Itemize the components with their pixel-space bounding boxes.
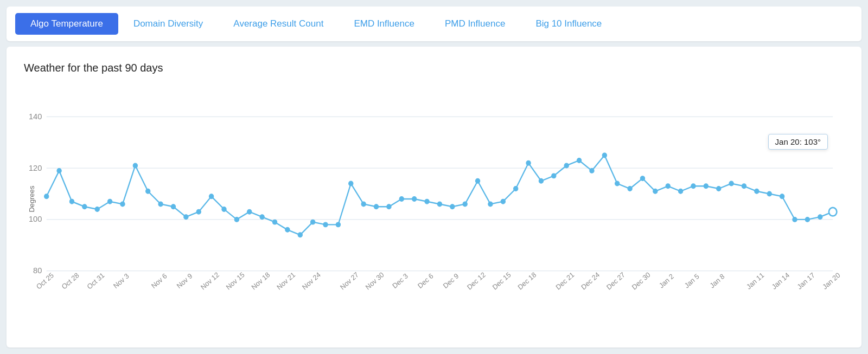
svg-text:Nov 6: Nov 6 [150, 272, 168, 290]
svg-point-45 [133, 163, 137, 168]
svg-text:Nov 27: Nov 27 [339, 271, 360, 292]
svg-point-73 [488, 202, 493, 207]
svg-point-38 [44, 194, 49, 199]
svg-point-78 [552, 173, 556, 178]
svg-point-65 [387, 204, 391, 209]
svg-point-80 [577, 158, 581, 163]
svg-point-77 [539, 178, 543, 183]
svg-text:100: 100 [29, 214, 42, 223]
svg-point-66 [399, 197, 404, 202]
svg-point-40 [69, 199, 74, 204]
chart-title: Weather for the past 90 days [24, 62, 844, 74]
y-axis-label: Degrees [28, 185, 36, 212]
chart-tooltip: Jan 20: 103° [768, 134, 828, 150]
svg-text:Nov 3: Nov 3 [112, 272, 130, 290]
svg-text:Jan 8: Jan 8 [709, 272, 726, 290]
svg-point-68 [425, 199, 429, 204]
svg-point-81 [590, 168, 594, 173]
svg-point-49 [184, 215, 188, 220]
svg-point-61 [336, 222, 340, 227]
tab-domain-diversity[interactable]: Domain Diversity [118, 13, 218, 35]
chart-container: Degrees 80100120140Oct 25Oct 28Oct 31Nov… [24, 85, 844, 313]
svg-point-43 [107, 199, 112, 204]
svg-point-93 [742, 184, 746, 189]
svg-text:Nov 18: Nov 18 [250, 271, 271, 292]
svg-point-99 [818, 215, 822, 220]
svg-point-52 [222, 207, 226, 212]
svg-text:Dec 12: Dec 12 [465, 271, 487, 292]
svg-point-62 [349, 181, 353, 186]
svg-point-89 [691, 184, 695, 189]
svg-text:Dec 27: Dec 27 [605, 271, 627, 292]
svg-text:Nov 21: Nov 21 [275, 271, 297, 292]
tab-algo-temperature[interactable]: Algo Temperature [15, 13, 118, 35]
svg-text:Nov 12: Nov 12 [199, 271, 221, 292]
svg-point-96 [780, 194, 784, 199]
svg-point-95 [767, 191, 771, 196]
svg-text:Jan 11: Jan 11 [745, 271, 765, 291]
svg-point-98 [805, 217, 809, 222]
svg-point-50 [196, 209, 201, 214]
svg-point-70 [450, 204, 455, 209]
svg-text:Dec 6: Dec 6 [416, 272, 435, 290]
tabs-bar: Algo Temperature Domain Diversity Averag… [7, 7, 861, 41]
svg-text:Dec 15: Dec 15 [491, 271, 513, 292]
svg-point-64 [374, 204, 378, 209]
svg-text:Dec 21: Dec 21 [554, 271, 576, 292]
svg-point-42 [95, 207, 99, 212]
svg-text:Dec 3: Dec 3 [391, 272, 409, 290]
tab-emd-influence[interactable]: EMD Influence [339, 13, 430, 35]
svg-point-67 [412, 197, 417, 202]
svg-point-57 [285, 227, 290, 232]
svg-point-91 [717, 186, 721, 191]
svg-point-88 [678, 189, 682, 194]
svg-text:Oct 31: Oct 31 [86, 271, 106, 291]
svg-point-79 [564, 163, 569, 168]
svg-text:Jan 5: Jan 5 [683, 272, 701, 290]
svg-text:120: 120 [29, 163, 42, 172]
svg-text:Dec 30: Dec 30 [630, 271, 652, 292]
svg-point-85 [640, 176, 644, 181]
svg-point-63 [361, 202, 366, 207]
svg-point-51 [209, 194, 213, 199]
svg-text:Nov 15: Nov 15 [225, 271, 246, 292]
svg-text:Nov 9: Nov 9 [175, 272, 194, 290]
svg-point-76 [526, 160, 531, 165]
svg-point-59 [310, 220, 315, 224]
chart-svg: 80100120140Oct 25Oct 28Oct 31Nov 3Nov 6N… [24, 85, 844, 313]
svg-point-55 [260, 215, 264, 220]
tab-big-10-influence[interactable]: Big 10 Influence [520, 13, 617, 35]
svg-text:Jan 17: Jan 17 [796, 271, 816, 291]
svg-point-75 [514, 186, 518, 191]
tab-pmd-influence[interactable]: PMD Influence [430, 13, 521, 35]
svg-point-56 [272, 220, 277, 224]
svg-point-83 [615, 181, 620, 186]
svg-point-69 [437, 202, 442, 207]
svg-point-46 [146, 189, 150, 194]
svg-point-60 [323, 222, 328, 227]
svg-point-100 [829, 208, 837, 216]
svg-point-58 [298, 233, 302, 237]
svg-text:140: 140 [29, 111, 42, 120]
svg-point-71 [463, 202, 467, 207]
svg-point-47 [158, 202, 163, 207]
svg-point-90 [704, 184, 708, 189]
svg-point-94 [755, 189, 759, 194]
svg-point-82 [602, 153, 607, 158]
svg-point-48 [171, 204, 175, 209]
svg-text:Dec 9: Dec 9 [442, 272, 460, 290]
svg-text:Jan 14: Jan 14 [770, 271, 791, 291]
svg-point-39 [57, 168, 61, 173]
svg-text:Dec 18: Dec 18 [516, 271, 538, 292]
svg-point-97 [793, 217, 797, 222]
svg-point-72 [475, 178, 480, 183]
chart-panel: Weather for the past 90 days Degrees 801… [7, 47, 861, 347]
tab-average-result-count[interactable]: Average Result Count [218, 13, 339, 35]
svg-point-44 [120, 202, 125, 207]
svg-text:Jan 2: Jan 2 [658, 272, 675, 290]
svg-text:Nov 30: Nov 30 [364, 271, 386, 292]
svg-point-86 [653, 189, 658, 194]
svg-point-87 [666, 184, 670, 189]
svg-text:Oct 28: Oct 28 [60, 271, 81, 291]
svg-text:80: 80 [33, 266, 42, 275]
